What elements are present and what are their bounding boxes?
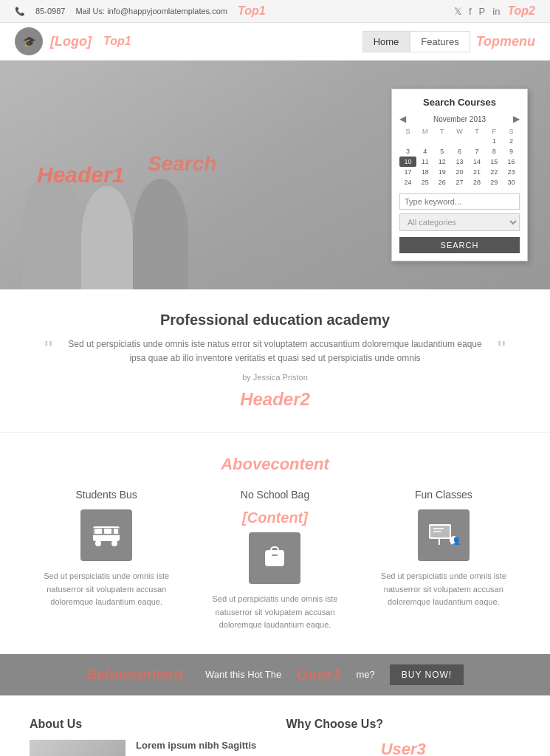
why-heading: Why Choose Us? — [286, 718, 521, 731]
calendar-month: November 2013 — [433, 115, 486, 123]
cal-day-f: F — [486, 127, 503, 136]
facebook-icon[interactable]: f — [469, 6, 472, 17]
calendar-day[interactable]: 3 — [399, 146, 416, 157]
calendar-day[interactable]: 22 — [486, 167, 503, 177]
calendar-day — [433, 136, 450, 146]
feature-bus-desc: Sed ut perspiciatis unde omnis iste natu… — [30, 570, 183, 609]
feature-fun-classes: Fun Classes 👤 Sed ut perspiciatis unde o… — [367, 489, 520, 632]
calendar-day[interactable]: 11 — [416, 157, 433, 167]
calendar-day[interactable]: 10 — [399, 157, 416, 167]
logo-area: 🎓 [Logo] Top1 — [15, 27, 131, 55]
top-bar: 📞 85-0987 Mail Us: info@happyjoomlatempl… — [0, 0, 550, 23]
calendar-day[interactable]: 30 — [503, 177, 520, 188]
svg-point-6 — [111, 540, 117, 546]
cal-day-sa: S — [503, 127, 520, 136]
about-subtitle: Lorem ipsum nibh Sagittis — [136, 740, 264, 751]
phone-number: 85-0987 — [35, 7, 65, 16]
email-info: Mail Us: info@happyjoomlatemplates.com — [75, 7, 227, 16]
feature-bus-title: Students Bus — [30, 489, 183, 501]
twitter-icon[interactable]: 𝕏 — [454, 6, 461, 17]
topmenu-label: Topmenu — [476, 34, 535, 49]
nav-features[interactable]: Features — [410, 31, 470, 52]
calendar-next[interactable]: ▶ — [513, 114, 520, 124]
pinterest-icon[interactable]: P — [479, 6, 486, 17]
logo-label: [Logo] — [50, 34, 92, 49]
cal-day-t: T — [433, 127, 450, 136]
svg-rect-2 — [94, 529, 102, 534]
bus-icon — [80, 509, 132, 561]
hero-section: Header1 Search Courses ◀ November 2013 ▶… — [0, 61, 550, 289]
calendar-day[interactable]: 7 — [469, 146, 486, 157]
calendar-day[interactable]: 29 — [486, 177, 503, 188]
calendar-day[interactable]: 12 — [433, 157, 450, 167]
calendar-day[interactable]: 8 — [486, 146, 503, 157]
about-inner: Lorem ipsum nibh Sagittis Aenean sollici… — [30, 740, 264, 756]
search-courses-box: Search Courses ◀ November 2013 ▶ S M T W… — [391, 89, 528, 261]
calendar-day[interactable]: 9 — [503, 146, 520, 157]
about-section: About Us Lorem ipsum nibh Sagittis Aenea… — [30, 718, 264, 756]
svg-rect-8 — [272, 554, 278, 556]
nav-menu: Home Features Topmenu — [362, 31, 535, 52]
class-icon: 👤 — [418, 509, 470, 561]
linkedin-icon[interactable]: in — [492, 6, 500, 17]
above-content-section: Abovecontent Students Bus Sed ut perspic… — [0, 433, 550, 654]
header2-quote-text: Sed ut perspiciatis unde omnis iste natu… — [63, 337, 487, 385]
calendar-day[interactable]: 16 — [503, 157, 520, 167]
feature-students-bus: Students Bus Sed ut perspiciatis unde om… — [30, 489, 183, 632]
calendar-day[interactable]: 19 — [433, 167, 450, 177]
calendar-day[interactable]: 14 — [469, 157, 486, 167]
calendar-day[interactable]: 28 — [469, 177, 486, 188]
why-section: Why Choose Us? User3 Class aptent taciti… — [286, 718, 521, 756]
header2-author: by Jessica Priston — [63, 371, 487, 385]
user3-label-area: User3 — [286, 740, 521, 756]
calendar-day[interactable]: 5 — [433, 146, 450, 157]
nav-home[interactable]: Home — [362, 31, 410, 52]
svg-text:👤: 👤 — [452, 536, 460, 546]
calendar-day[interactable]: 1 — [486, 136, 503, 146]
features-row: Students Bus Sed ut perspiciatis unde om… — [30, 489, 520, 632]
calendar-day[interactable]: 17 — [399, 167, 416, 177]
calendar-day[interactable]: 13 — [450, 157, 468, 167]
calendar-day[interactable]: 25 — [416, 177, 433, 188]
header2-section: Professional education academy " Sed ut … — [0, 289, 550, 433]
search-overlay-label: Search — [148, 152, 216, 176]
calendar-day[interactable]: 4 — [416, 146, 433, 157]
calendar-day — [450, 136, 468, 146]
calendar-day[interactable]: 26 — [433, 177, 450, 188]
abovecontent-label-area: Abovecontent — [30, 455, 520, 474]
search-category-select[interactable]: All categories — [399, 213, 520, 231]
calendar-day[interactable]: 27 — [450, 177, 468, 188]
buy-now-button[interactable]: BUY NOW! — [390, 664, 464, 685]
calendar-day[interactable]: 23 — [503, 167, 520, 177]
top-bar-right: 𝕏 f P in Top2 — [454, 4, 535, 18]
calendar-grid: S M T W T F S 12345678910111213141516171… — [399, 127, 520, 188]
calendar-day[interactable]: 15 — [486, 157, 503, 167]
feature-class-title: Fun Classes — [367, 489, 520, 501]
search-box-title: Search Courses — [399, 97, 520, 108]
calendar-prev[interactable]: ◀ — [399, 114, 406, 124]
calendar-day[interactable]: 21 — [469, 167, 486, 177]
phone-icon: 📞 — [15, 7, 25, 16]
header-top1-label: Top1 — [103, 35, 131, 48]
top-bar-left: 📞 85-0987 Mail Us: info@happyjoomlatempl… — [15, 4, 266, 18]
open-quote-icon: " — [44, 337, 52, 361]
below-text2: me? — [356, 669, 374, 680]
cal-day-th: T — [469, 127, 486, 136]
top1-label: Top1 — [238, 4, 266, 18]
below-text: Want this Hot The — [205, 669, 281, 680]
close-quote-icon: " — [498, 337, 506, 361]
search-keyword-input[interactable] — [399, 193, 520, 210]
feature-bag-desc: Sed ut perspiciatis unde omnis iste natu… — [198, 593, 351, 632]
calendar-day[interactable]: 20 — [450, 167, 468, 177]
header-nav: 🎓 [Logo] Top1 Home Features Topmenu — [0, 23, 550, 61]
feature-bag-title: No School Bag — [198, 489, 351, 501]
calendar-day[interactable]: 18 — [416, 167, 433, 177]
about-why-section: About Us Lorem ipsum nibh Sagittis Aenea… — [0, 695, 550, 756]
calendar-day[interactable]: 2 — [503, 136, 520, 146]
svg-rect-3 — [104, 529, 111, 534]
content-label: [Content] — [242, 509, 308, 526]
calendar-day[interactable]: 24 — [399, 177, 416, 188]
search-button[interactable]: SEARCH — [399, 237, 520, 253]
user3-label: User3 — [381, 740, 426, 756]
calendar-day[interactable]: 6 — [450, 146, 468, 157]
